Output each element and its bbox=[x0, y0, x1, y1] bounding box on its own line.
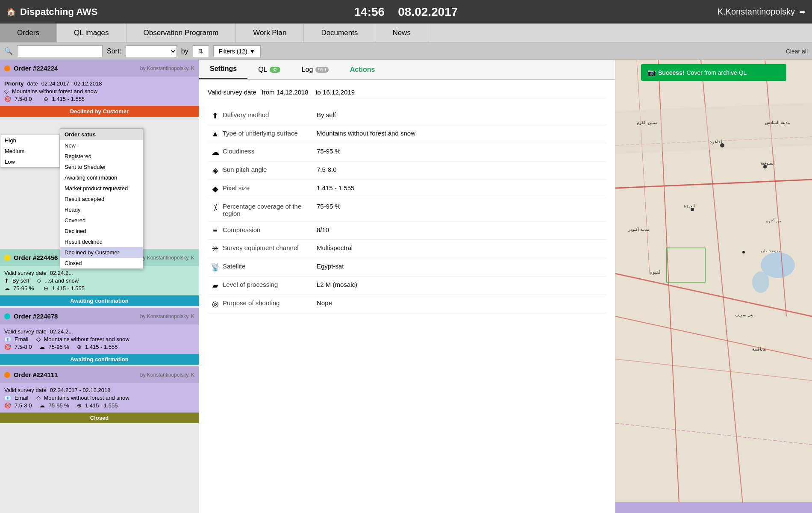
nav-orders[interactable]: Orders bbox=[0, 24, 57, 42]
order-date-224456: 02.24.2... bbox=[50, 270, 73, 276]
order-header-224111: Order #224111 by Konstantinopolsky. K bbox=[0, 366, 199, 383]
filter-button[interactable]: Filters (12) ▼ bbox=[213, 45, 261, 57]
status-market[interactable]: Market product requested bbox=[60, 183, 143, 194]
nav-news[interactable]: News bbox=[375, 24, 428, 42]
tab-actions[interactable]: Actions bbox=[339, 60, 386, 79]
order-number-224224: Order #224224 bbox=[14, 65, 58, 72]
order-dot-yellow bbox=[4, 255, 10, 261]
order-delivery-row-2: ⬆ By self ◇ ...st and snow bbox=[4, 277, 194, 284]
clear-all-button[interactable]: Clear all bbox=[786, 48, 808, 55]
order-card-224111[interactable]: Order #224111 by Konstantinopolsky. K Va… bbox=[0, 366, 199, 423]
details-panel: Settings QL 32 Log 999 Actions Valid sur… bbox=[199, 60, 615, 513]
order-pixel-224456: 1.415 - 1.555 bbox=[52, 285, 85, 292]
map-svg: القاهرة المنوفية الجيزة الفيوم بني سويف … bbox=[615, 60, 812, 513]
house-icon: 🏠 bbox=[6, 7, 16, 17]
pixel-detail-value: 1.415 - 1.555 bbox=[317, 184, 354, 192]
order-number-224678: Order #224678 bbox=[14, 313, 58, 320]
compression-detail-label: Compression bbox=[223, 226, 317, 233]
search-bar: 🔍 Sort: by ⇅ Filters (12) ▼ Clear all bbox=[0, 43, 812, 60]
priority-medium[interactable]: Medium bbox=[0, 146, 59, 156]
tab-ql[interactable]: QL 32 bbox=[247, 60, 291, 79]
cloud-icon-4: ☁ bbox=[39, 402, 45, 409]
map-bottom-bar bbox=[615, 502, 812, 513]
search-icon: 🔍 bbox=[4, 47, 13, 55]
status-ready[interactable]: Ready bbox=[60, 204, 143, 215]
satellite-detail-value: Egypt-sat bbox=[317, 262, 344, 270]
order-dot-cyan bbox=[4, 313, 10, 319]
svg-text:مدينة 6 مايو: مدينة 6 مايو bbox=[760, 249, 781, 254]
status-sent-sheduler[interactable]: Sent to Sheduler bbox=[60, 162, 143, 172]
order-cloudiness-224678: 75-95 % bbox=[48, 344, 69, 350]
detail-row-survey: ✳ Survey equipment channel Multispectral bbox=[208, 240, 606, 258]
nav-observation[interactable]: Observation Programm bbox=[127, 24, 236, 42]
svg-text:من أكتوبر: من أكتوبر bbox=[765, 218, 781, 224]
order-body-224456: Valid survey date 02.24.2... ⬆ By self ◇… bbox=[0, 266, 199, 295]
priority-dropdown[interactable]: High Medium Low bbox=[0, 135, 60, 168]
order-pixel-224678: 1.415 - 1.555 bbox=[85, 344, 118, 350]
valid-date-bar: Valid survey date from 14.12.2018 to 16.… bbox=[208, 86, 606, 98]
detail-row-purpose: ◎ Purpose of shooting Nope bbox=[208, 295, 606, 313]
nav-work-plan[interactable]: Work Plan bbox=[236, 24, 304, 42]
tab-settings[interactable]: Settings bbox=[199, 60, 247, 79]
satellite-detail-label: Satellite bbox=[223, 262, 317, 270]
svg-text:محافظة: محافظة bbox=[752, 347, 766, 351]
coverage-detail-value: 75-95 % bbox=[317, 203, 341, 210]
sun-icon-4: 🎯 bbox=[4, 402, 11, 409]
time-display: 14:56 bbox=[354, 5, 385, 18]
status-result-accepted[interactable]: Result accepted bbox=[60, 194, 143, 204]
order-by-224111: by Konstantinopolsky. K bbox=[140, 372, 194, 378]
level-detail-label: Level of processing bbox=[223, 281, 317, 288]
logout-icon[interactable]: ➦ bbox=[799, 7, 806, 17]
order-specs-row: 🎯 7.5-8.0 ⊕ 1.415 - 1.555 bbox=[4, 96, 194, 102]
sun-icon-1: 🎯 bbox=[4, 96, 11, 102]
status-registered[interactable]: Registered bbox=[60, 151, 143, 162]
cloudiness-detail-icon: ☁ bbox=[208, 147, 223, 157]
order-number-row-2: Order #224456 bbox=[4, 254, 58, 261]
tab-log[interactable]: Log 999 bbox=[291, 60, 339, 79]
delivery-detail-label: Delivery method bbox=[223, 111, 317, 118]
status-awaiting[interactable]: Awaiting confirmation bbox=[60, 172, 143, 183]
sort-direction-button[interactable]: ⇅ bbox=[193, 45, 209, 57]
status-closed[interactable]: Closed bbox=[60, 258, 143, 268]
search-input[interactable] bbox=[17, 45, 103, 57]
order-by-224224: by Konstantinopolsky. K bbox=[140, 65, 194, 71]
coverage-detail-icon: ⁒ bbox=[208, 203, 223, 212]
order-sun-224111: 7.5-8.0 bbox=[15, 402, 32, 409]
status-declined-customer[interactable]: Declined by Customer bbox=[60, 247, 143, 258]
order-card-224224[interactable]: Order #224224 by Konstantinopolsky. K Pr… bbox=[0, 60, 199, 117]
svg-text:القاهرة: القاهرة bbox=[709, 139, 724, 144]
order-dot-orange bbox=[4, 65, 10, 71]
nav-ql-images[interactable]: QL images bbox=[57, 24, 127, 42]
status-result-declined[interactable]: Result declined bbox=[60, 236, 143, 247]
priority-high[interactable]: High bbox=[0, 135, 59, 146]
svg-text:الفيوم: الفيوم bbox=[650, 269, 662, 275]
map-background: القاهرة المنوفية الجيزة الفيوم بني سويف … bbox=[615, 60, 812, 513]
order-specs-row-3: 🎯 7.5-8.0 ☁ 75-95 % ⊕ 1.415 - 1.555 bbox=[4, 344, 194, 350]
svg-point-18 bbox=[742, 251, 745, 254]
status-covered[interactable]: Covered bbox=[60, 215, 143, 226]
order-date-224111: 02.24.2017 - 02.12.2018 bbox=[50, 387, 111, 393]
sort-select[interactable] bbox=[126, 45, 177, 57]
detail-row-compression: ≡ Compression 8/10 bbox=[208, 222, 606, 240]
purpose-detail-label: Purpose of shooting bbox=[223, 299, 317, 307]
priority-low[interactable]: Low bbox=[0, 156, 59, 167]
order-delivery-row-3: 📧 Email ◇ Mountains without forest and s… bbox=[4, 336, 194, 342]
pixel-detail-icon: ◆ bbox=[208, 184, 223, 194]
status-declined[interactable]: Declined bbox=[60, 226, 143, 236]
order-delivery-224111: Email bbox=[15, 395, 29, 401]
nav-documents[interactable]: Documents bbox=[304, 24, 375, 42]
status-new[interactable]: New bbox=[60, 140, 143, 151]
order-body-224111: Valid survey date 02.24.2017 - 02.12.201… bbox=[0, 383, 199, 413]
detail-row-satellite: 📡 Satellite Egypt-sat bbox=[208, 258, 606, 277]
order-sun-224678: 7.5-8.0 bbox=[15, 344, 32, 350]
order-date-label-4: Valid survey date bbox=[4, 387, 47, 393]
order-status-dropdown[interactable]: Order satus New Registered Sent to Shedu… bbox=[60, 128, 143, 269]
level-detail-icon: ▰ bbox=[208, 281, 223, 290]
order-specs-row-2: ☁ 75-95 % ⊕ 1.415 - 1.555 bbox=[4, 285, 194, 292]
order-date-224678: 02.24.2... bbox=[50, 328, 73, 335]
pixel-icon-3: ⊕ bbox=[77, 344, 82, 350]
order-card-224678[interactable]: Order #224678 by Konstantinopolsky. K Va… bbox=[0, 308, 199, 365]
detail-row-cloudiness: ☁ Cloudiness 75-95 % bbox=[208, 143, 606, 162]
delivery-icon-2: ⬆ bbox=[4, 277, 9, 284]
survey-detail-value: Multispectral bbox=[317, 244, 353, 251]
